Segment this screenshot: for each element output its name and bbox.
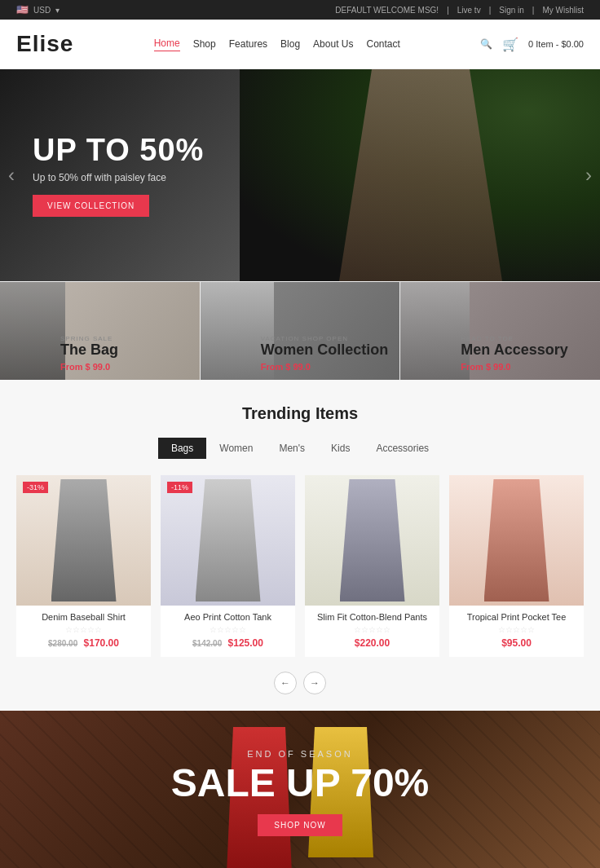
cat-info-men: Head to Toe Men Accessory From $ 99.0 xyxy=(461,335,567,372)
product-badge-2: -11% xyxy=(167,482,192,493)
product-figure-3 xyxy=(340,479,405,601)
product-img-1 xyxy=(16,475,151,606)
product-card-2[interactable]: -11% Aeo Print Cotton Tank ☆☆☆☆☆ $142.00… xyxy=(161,475,295,657)
cat-figure-bag xyxy=(0,282,65,380)
sale-subtext: END OF SEASON xyxy=(171,749,430,759)
product-badge-1: -31% xyxy=(23,482,48,493)
search-icon[interactable]: 🔍 xyxy=(480,38,492,50)
product-sale-price-4: $95.00 xyxy=(501,637,532,649)
product-figure-1 xyxy=(51,479,117,601)
product-price-2: $142.00 $125.00 xyxy=(167,637,289,649)
product-price-3: $220.00 xyxy=(311,637,433,649)
welcome-message: DEFAULT WELCOME MSG! xyxy=(335,6,439,15)
product-stars-3: ☆☆☆☆☆ xyxy=(311,625,433,634)
product-img-3 xyxy=(305,475,439,606)
nav-shop[interactable]: Shop xyxy=(193,38,216,50)
product-orig-price-1: $280.00 xyxy=(48,639,77,648)
cat-info-women: Vacation Shop Open Women Collection From… xyxy=(261,335,389,372)
top-bar-left: 🇺🇸 USD ▾ xyxy=(16,4,60,15)
product-name-4: Tropical Print Pocket Tee xyxy=(456,612,577,622)
header-icons: 🔍 🛒 0 Item - $0.00 xyxy=(480,37,584,52)
sale-banner: END OF SEASON SALE UP 70% SHOP NOW xyxy=(0,711,600,868)
product-name-2: Aeo Print Cotton Tank xyxy=(167,612,289,622)
product-info-3: Slim Fit Cotton-Blend Pants ☆☆☆☆☆ $220.0… xyxy=(305,606,439,657)
product-card-3[interactable]: Slim Fit Cotton-Blend Pants ☆☆☆☆☆ $220.0… xyxy=(305,475,439,657)
product-price-1: $280.00 $170.00 xyxy=(23,637,144,649)
wishlist-link[interactable]: My Wishlist xyxy=(542,6,584,15)
products-grid: -31% Denim Baseball Shirt ☆☆☆☆☆ $280.00 … xyxy=(16,475,584,657)
top-bar-right: DEFAULT WELCOME MSG! | Live tv | Sign in… xyxy=(335,6,584,15)
hero-banner: UP TO 50% Up to 50% off with paisley fac… xyxy=(0,69,600,281)
product-info-2: Aeo Print Cotton Tank ☆☆☆☆☆ $142.00 $125… xyxy=(161,606,295,657)
product-img-4 xyxy=(449,475,584,606)
hero-cta-button[interactable]: VIEW COLLECTION xyxy=(33,195,149,217)
tab-kids[interactable]: Kids xyxy=(318,438,363,459)
logo[interactable]: Elise xyxy=(16,31,73,57)
cat-title-women: Women Collection xyxy=(261,342,389,359)
sale-content: END OF SEASON SALE UP 70% SHOP NOW xyxy=(171,749,430,836)
cat-price-men: From $ 99.0 xyxy=(461,362,567,372)
product-name-1: Denim Baseball Shirt xyxy=(23,612,144,622)
product-figure-2 xyxy=(196,479,261,601)
hero-prev-arrow[interactable]: ‹ xyxy=(8,164,15,187)
hero-content: UP TO 50% Up to 50% off with paisley fac… xyxy=(0,134,236,218)
nav-about[interactable]: About Us xyxy=(313,38,353,50)
cat-info-bag: Spring Sale The Bag From $ 99.0 xyxy=(60,335,118,372)
signin-link[interactable]: Sign in xyxy=(499,6,524,15)
separator2: | xyxy=(489,6,492,15)
product-name-3: Slim Fit Cotton-Blend Pants xyxy=(311,612,433,622)
cart-icon[interactable]: 🛒 xyxy=(502,37,518,52)
product-info-1: Denim Baseball Shirt ☆☆☆☆☆ $280.00 $170.… xyxy=(16,606,151,657)
cat-title-bag: The Bag xyxy=(60,342,118,359)
hero-subtitle: Up to 50% off with paisley face xyxy=(33,172,204,183)
livetv-link[interactable]: Live tv xyxy=(457,6,481,15)
prev-page-button[interactable]: ← xyxy=(274,672,297,694)
pagination: ← → xyxy=(16,672,584,694)
tab-women[interactable]: Women xyxy=(206,438,266,459)
cart-count[interactable]: 0 Item - $0.00 xyxy=(528,39,584,49)
product-sale-price-1: $170.00 xyxy=(84,637,119,649)
currency-selector[interactable]: USD xyxy=(33,6,51,15)
nav-contact[interactable]: Contact xyxy=(366,38,399,50)
main-nav: Home Shop Features Blog About Us Contact xyxy=(154,37,400,51)
product-sale-price-2: $125.00 xyxy=(228,637,263,649)
dropdown-icon: ▾ xyxy=(55,6,60,15)
nav-home[interactable]: Home xyxy=(154,37,180,51)
tab-accessories[interactable]: Accessories xyxy=(363,438,442,459)
top-bar: 🇺🇸 USD ▾ DEFAULT WELCOME MSG! | Live tv … xyxy=(0,0,600,20)
trending-tabs: Bags Women Men's Kids Accessories xyxy=(16,438,584,459)
separator: | xyxy=(447,6,449,15)
category-bag[interactable]: Spring Sale The Bag From $ 99.0 xyxy=(0,282,201,380)
separator3: | xyxy=(532,6,535,15)
hero-title: UP TO 50% xyxy=(33,134,204,168)
tab-mens[interactable]: Men's xyxy=(266,438,318,459)
product-sale-price-3: $220.00 xyxy=(355,637,390,649)
product-info-4: Tropical Print Pocket Tee ☆☆☆☆☆ $95.00 xyxy=(449,606,584,657)
product-orig-price-2: $142.00 xyxy=(192,639,222,648)
product-card-1[interactable]: -31% Denim Baseball Shirt ☆☆☆☆☆ $280.00 … xyxy=(16,475,151,657)
sale-title: SALE UP 70% xyxy=(171,764,430,803)
nav-features[interactable]: Features xyxy=(229,38,267,50)
trending-title: Trending Items xyxy=(16,404,584,423)
hero-next-arrow[interactable]: › xyxy=(585,164,592,187)
category-women[interactable]: Vacation Shop Open Women Collection From… xyxy=(201,282,401,380)
product-stars-4: ☆☆☆☆☆ xyxy=(456,625,577,634)
product-price-4: $95.00 xyxy=(456,637,577,649)
flag-icon: 🇺🇸 xyxy=(16,4,29,15)
trending-section: Trending Items Bags Women Men's Kids Acc… xyxy=(0,380,600,711)
cat-figure-men xyxy=(400,282,470,380)
nav-blog[interactable]: Blog xyxy=(280,38,300,50)
category-strip: Spring Sale The Bag From $ 99.0 Vacation… xyxy=(0,281,600,380)
cat-title-men: Men Accessory xyxy=(461,342,567,359)
product-stars-1: ☆☆☆☆☆ xyxy=(23,625,144,634)
category-men[interactable]: Head to Toe Men Accessory From $ 99.0 xyxy=(400,282,600,380)
cat-price-women: From $ 99.0 xyxy=(261,362,389,372)
next-page-button[interactable]: → xyxy=(303,672,326,694)
product-stars-2: ☆☆☆☆☆ xyxy=(167,625,289,634)
product-img-2 xyxy=(161,475,295,606)
header: Elise Home Shop Features Blog About Us C… xyxy=(0,20,600,69)
tab-bags[interactable]: Bags xyxy=(158,438,206,459)
product-card-4[interactable]: Tropical Print Pocket Tee ☆☆☆☆☆ $95.00 xyxy=(449,475,584,657)
product-figure-4 xyxy=(484,479,549,601)
sale-cta-button[interactable]: SHOP NOW xyxy=(258,814,342,836)
